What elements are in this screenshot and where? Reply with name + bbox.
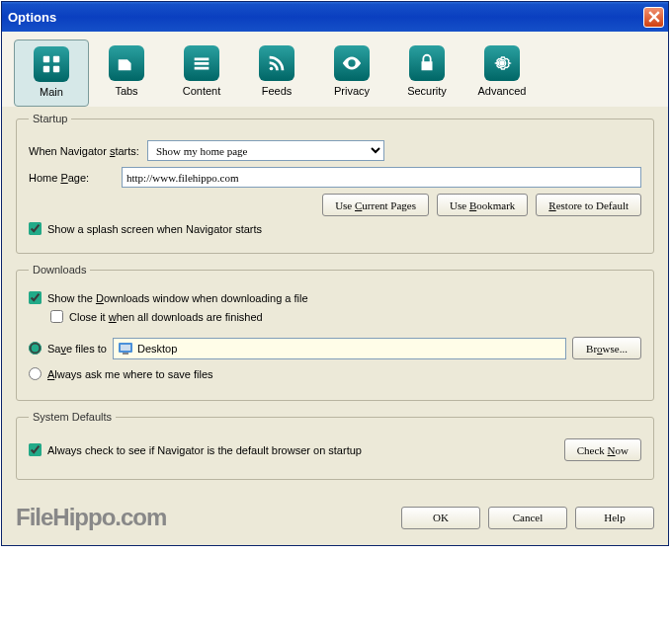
- tab-security[interactable]: Security: [389, 40, 464, 107]
- grid-icon: [34, 46, 69, 82]
- svg-rect-0: [43, 56, 49, 62]
- svg-rect-8: [123, 353, 128, 355]
- check-now-button[interactable]: Check Now: [564, 438, 641, 461]
- downloads-legend: Downloads: [29, 264, 90, 276]
- tab-privacy[interactable]: Privacy: [314, 40, 389, 107]
- rss-icon: [259, 45, 294, 81]
- tab-tabs[interactable]: Tabs: [89, 40, 164, 107]
- show-downloads-label: Show the Downloads window when downloadi…: [47, 292, 308, 304]
- help-button[interactable]: Help: [575, 507, 654, 529]
- default-browser-checkbox[interactable]: [29, 443, 42, 456]
- home-page-input[interactable]: [122, 167, 641, 188]
- when-starts-label: When Navigator starts:: [29, 145, 139, 157]
- options-dialog: Options Main Tabs Content Feeds Privacy: [1, 1, 669, 546]
- close-button[interactable]: [643, 7, 664, 28]
- window-title: Options: [8, 10, 56, 25]
- system-defaults-legend: System Defaults: [29, 411, 116, 423]
- tab-advanced[interactable]: Advanced: [464, 40, 540, 107]
- close-when-done-checkbox[interactable]: [50, 310, 63, 323]
- dialog-button-bar: FileHippo.com OK Cancel Help: [2, 500, 668, 545]
- when-starts-select[interactable]: Show my home page: [147, 140, 384, 161]
- lock-icon: [409, 45, 445, 81]
- cancel-button[interactable]: Cancel: [488, 507, 567, 529]
- svg-rect-7: [121, 345, 130, 351]
- show-downloads-checkbox[interactable]: [29, 291, 42, 304]
- splash-screen-label: Show a splash screen when Navigator star…: [47, 223, 262, 235]
- restore-default-button[interactable]: Restore to Default: [536, 194, 641, 216]
- save-files-to-radio[interactable]: [29, 342, 42, 355]
- tab-feeds[interactable]: Feeds: [239, 40, 314, 107]
- always-ask-radio[interactable]: [29, 367, 42, 380]
- home-page-label: Home Page:: [29, 172, 114, 184]
- startup-legend: Startup: [29, 113, 71, 124]
- ok-button[interactable]: OK: [401, 507, 480, 529]
- save-path-display: Desktop: [113, 338, 566, 359]
- tab-content[interactable]: Content: [164, 40, 239, 107]
- svg-rect-3: [53, 66, 59, 72]
- eye-icon: [334, 45, 370, 81]
- close-when-done-label: Close it when all downloads are finished: [69, 311, 263, 323]
- splash-screen-checkbox[interactable]: [29, 222, 42, 235]
- watermark: FileHippo.com: [16, 504, 393, 531]
- save-files-to-label: Save files to: [47, 343, 107, 355]
- svg-point-5: [499, 60, 505, 66]
- tab-main[interactable]: Main: [14, 40, 89, 107]
- svg-rect-2: [43, 66, 49, 72]
- system-defaults-group: System Defaults Always check to see if N…: [16, 411, 654, 480]
- desktop-icon: [118, 341, 133, 356]
- use-current-pages-button[interactable]: Use Current Pages: [322, 194, 429, 216]
- titlebar[interactable]: Options: [2, 2, 668, 32]
- tab-icon: [109, 45, 144, 81]
- default-browser-label: Always check to see if Navigator is the …: [47, 444, 362, 456]
- always-ask-label: Always ask me where to save files: [47, 368, 213, 380]
- browse-button[interactable]: Browse...: [572, 337, 641, 359]
- use-bookmark-button[interactable]: Use Bookmark: [437, 194, 528, 216]
- startup-group: Startup When Navigator starts: Show my h…: [16, 113, 654, 254]
- close-icon: [648, 11, 660, 23]
- gear-icon: [484, 45, 520, 81]
- main-panel: Startup When Navigator starts: Show my h…: [2, 107, 668, 500]
- category-toolbar: Main Tabs Content Feeds Privacy Security…: [2, 32, 668, 107]
- svg-point-4: [270, 67, 274, 71]
- downloads-group: Downloads Show the Downloads window when…: [16, 264, 654, 401]
- stack-icon: [184, 45, 219, 81]
- svg-rect-1: [53, 56, 59, 62]
